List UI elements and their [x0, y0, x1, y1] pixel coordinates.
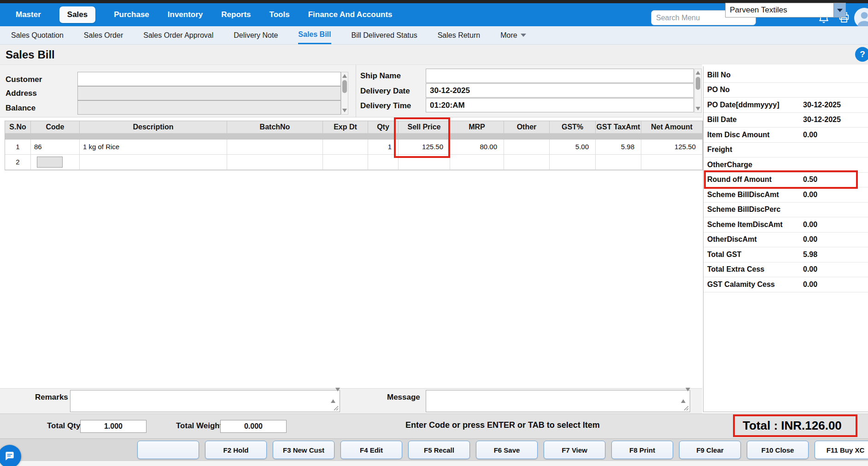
scroll-down-icon[interactable]	[686, 388, 690, 399]
panel-row-total-extra-cess[interactable]: Total Extra Cess0.00	[704, 262, 868, 278]
nav-item-master[interactable]: Master	[16, 10, 41, 19]
col-header-sno[interactable]: S.No	[5, 121, 31, 134]
f8-print-button[interactable]: F8 Print	[611, 441, 673, 459]
f2-hold-button[interactable]: F2 Hold	[205, 441, 267, 459]
subnav-bill-delivered-status[interactable]: Bill Delivered Status	[352, 26, 417, 44]
f6-save-button[interactable]: F6 Save	[476, 441, 538, 459]
nav-item-sales[interactable]: Sales	[59, 6, 95, 23]
panel-label: Scheme BillDiscPerc	[704, 205, 803, 214]
table-row[interactable]: 2	[5, 155, 703, 170]
col-header-description[interactable]: Description	[80, 121, 227, 134]
subnav-delivery-note[interactable]: Delivery Note	[234, 26, 278, 44]
panel-row-otherdiscamt[interactable]: OtherDiscAmt0.00	[704, 233, 868, 248]
panel-row-gst-calamity-cess[interactable]: GST Calamity Cess0.00	[704, 277, 868, 292]
subnav-sales-quotation[interactable]: Sales Quotation	[11, 26, 64, 44]
f7-view-button[interactable]: F7 View	[544, 441, 605, 459]
ship-block-scrollbar[interactable]	[694, 69, 702, 113]
scroll-up-icon[interactable]	[681, 391, 686, 403]
sales-sub-navbar: Sales Quotation Sales Order Sales Order …	[0, 26, 868, 45]
panel-row-bill-no[interactable]: Bill No	[704, 68, 868, 83]
panel-row-po-date[interactable]: PO Date[ddmmyyyy]30-12-2025	[704, 98, 868, 113]
panel-row-bill-date[interactable]: Bill Date30-12-2025	[704, 113, 868, 128]
panel-row-other-charge[interactable]: OtherCharge	[704, 157, 868, 173]
nav-item-purchase[interactable]: Purchase	[114, 10, 149, 19]
subnav-more-label: More	[500, 31, 517, 40]
nav-item-inventory[interactable]: Inventory	[168, 10, 203, 19]
panel-value: 0.50	[803, 175, 868, 184]
f1-blank-button[interactable]	[137, 441, 199, 459]
scroll-up-icon[interactable]	[342, 74, 347, 78]
address-input[interactable]	[77, 86, 341, 100]
panel-row-po-no[interactable]: PO No	[704, 83, 868, 98]
scroll-up-icon[interactable]	[331, 391, 335, 403]
col-header-qty[interactable]: Qty	[368, 121, 399, 134]
col-header-gst-taxamt[interactable]: GST TaxAmt	[596, 121, 641, 134]
cell-expdt	[323, 140, 368, 155]
panel-row-scheme-itemdiscamt[interactable]: Scheme ItemDiscAmt0.00	[704, 217, 868, 233]
nav-item-finance-and-accounts[interactable]: Finance And Accounts	[308, 10, 393, 19]
company-selector[interactable]: Parveen Textiles	[725, 3, 846, 17]
total-weight-input[interactable]	[220, 420, 287, 433]
nav-item-tools[interactable]: Tools	[270, 10, 290, 19]
subnav-more[interactable]: More	[500, 26, 526, 44]
company-dropdown-button[interactable]	[833, 3, 845, 17]
scrollbar-thumb[interactable]	[696, 77, 700, 90]
message-textarea[interactable]	[426, 390, 690, 412]
col-header-batchno[interactable]: BatchNo	[227, 121, 323, 134]
balance-input[interactable]	[77, 100, 341, 115]
col-header-expdt[interactable]: Exp Dt	[323, 121, 368, 134]
col-header-sell-price[interactable]: Sell Price	[399, 121, 450, 134]
scroll-down-icon[interactable]	[342, 109, 347, 112]
delivery-time-input[interactable]	[426, 98, 694, 112]
col-header-net-amount[interactable]: Net Amount	[641, 121, 703, 134]
panel-label: Round off Amount	[704, 175, 803, 184]
help-button[interactable]: ?	[855, 47, 868, 62]
nav-item-reports[interactable]: Reports	[221, 10, 251, 19]
panel-row-scheme-billdiscperc[interactable]: Scheme BillDiscPerc	[704, 203, 868, 218]
subnav-sales-order-approval[interactable]: Sales Order Approval	[143, 26, 213, 44]
code-entry-input[interactable]	[37, 157, 63, 168]
customer-block-scrollbar[interactable]	[341, 72, 348, 115]
f4-edit-button[interactable]: F4 Edit	[340, 441, 402, 459]
col-header-code[interactable]: Code	[31, 121, 80, 134]
scrollbar-thumb[interactable]	[342, 80, 347, 93]
f10-close-button[interactable]: F10 Close	[747, 441, 809, 459]
f3-new-cust-button[interactable]: F3 New Cust	[273, 441, 334, 459]
scroll-down-icon[interactable]	[335, 388, 340, 399]
subnav-sales-order[interactable]: Sales Order	[84, 26, 123, 44]
delivery-date-input[interactable]	[426, 83, 694, 98]
customer-input[interactable]	[77, 72, 341, 86]
subnav-sales-return[interactable]: Sales Return	[438, 26, 481, 44]
total-qty-input[interactable]	[80, 420, 147, 433]
remarks-label: Remarks	[35, 393, 68, 402]
panel-row-round-off-amount[interactable]: Round off Amount0.50	[704, 173, 868, 188]
function-button-bar: F2 Hold F3 New Cust F4 Edit F5 Recall F6…	[0, 438, 868, 460]
remarks-textarea[interactable]	[70, 390, 340, 412]
scroll-down-icon[interactable]	[696, 107, 700, 111]
scroll-up-icon[interactable]	[696, 71, 700, 75]
chat-support-button[interactable]	[0, 445, 21, 466]
panel-label: Scheme ItemDiscAmt	[704, 221, 803, 229]
col-header-gst[interactable]: GST%	[550, 121, 596, 134]
cell-description: 1 kg of Rice	[80, 140, 227, 155]
panel-row-scheme-billdiscamt[interactable]: Scheme BillDiscAmt0.00	[704, 187, 868, 203]
panel-row-freight[interactable]: Freight	[704, 143, 868, 158]
ship-name-input[interactable]	[426, 69, 694, 83]
table-row[interactable]: 1 86 1 kg of Rice 1 125.50 80.00 5.00 5.…	[5, 140, 703, 155]
subnav-sales-bill[interactable]: Sales Bill	[298, 26, 331, 44]
panel-row-total-gst[interactable]: Total GST5.98	[704, 247, 868, 262]
resize-handle-icon[interactable]	[684, 406, 689, 411]
col-header-mrp[interactable]: MRP	[450, 121, 504, 134]
bottom-strip	[0, 460, 868, 466]
f5-recall-button[interactable]: F5 Recall	[408, 441, 470, 459]
panel-value: 0.00	[803, 280, 868, 289]
user-avatar[interactable]	[854, 8, 868, 28]
remarks-scroll-arrows[interactable]	[331, 391, 336, 400]
f9-clear-button[interactable]: F9 Clear	[679, 441, 741, 459]
f11-buy-xc-button[interactable]: F11 Buy XC	[815, 441, 868, 459]
panel-label: PO Date[ddmmyyyy]	[704, 101, 803, 109]
message-scroll-arrows[interactable]	[681, 391, 686, 400]
panel-row-item-disc-amount[interactable]: Item Disc Amount0.00	[704, 128, 868, 143]
resize-handle-icon[interactable]	[334, 406, 339, 411]
col-header-other[interactable]: Other	[504, 121, 550, 134]
